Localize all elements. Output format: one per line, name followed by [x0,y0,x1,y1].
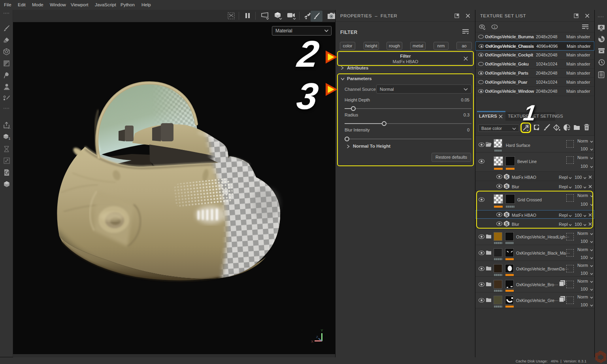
svg-text:Z: Z [316,335,318,339]
svg-text:Y: Y [321,328,323,332]
svg-text:X: X [311,340,313,343]
svg-text:1: 1 [9,137,11,140]
svg-text:1: 1 [494,25,496,29]
svg-text:S: S [505,174,508,179]
svg-text:S: S [505,184,508,189]
